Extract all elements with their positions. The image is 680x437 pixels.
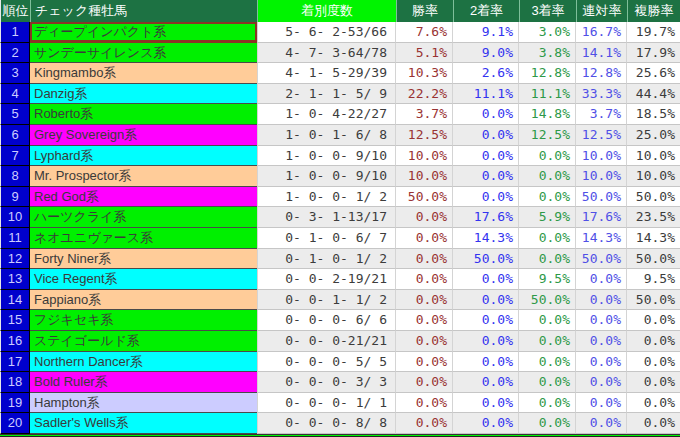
win-rate-cell[interactable]: 0.0% bbox=[396, 372, 453, 393]
3rd-rate-cell[interactable]: 0.0% bbox=[519, 249, 576, 270]
win-rate-cell[interactable]: 5.1% bbox=[396, 43, 453, 64]
win-rate-cell[interactable]: 0.0% bbox=[396, 413, 453, 434]
fukusho-rate-cell[interactable]: 0.0% bbox=[627, 310, 680, 331]
rentai-rate-cell[interactable]: 50.0% bbox=[576, 249, 627, 270]
sire-name-cell[interactable]: Kingmambo系 bbox=[30, 63, 257, 84]
sire-name-cell[interactable]: Grey Sovereign系 bbox=[30, 125, 257, 146]
3rd-rate-cell[interactable]: 0.0% bbox=[519, 166, 576, 187]
sire-name-cell[interactable]: Danzig系 bbox=[30, 84, 257, 105]
fukusho-rate-cell[interactable]: 0.0% bbox=[627, 352, 680, 373]
sire-name-cell[interactable]: ネオユニヴァース系 bbox=[30, 228, 257, 249]
fukusho-rate-cell[interactable]: 18.5% bbox=[627, 104, 680, 125]
finish-counts-cell[interactable]: 0- 3- 1-13/17 bbox=[257, 207, 396, 228]
sire-name-cell[interactable]: Sadler's Wells系 bbox=[30, 413, 257, 434]
rank-cell[interactable]: 12 bbox=[0, 249, 30, 270]
finish-counts-cell[interactable]: 5- 6- 2-53/66 bbox=[257, 22, 396, 43]
sire-name-cell[interactable]: Fappiano系 bbox=[30, 290, 257, 311]
3rd-rate-cell[interactable]: 0.0% bbox=[519, 146, 576, 167]
3rd-rate-cell[interactable]: 0.0% bbox=[519, 310, 576, 331]
sire-name-cell[interactable]: ステイゴールド系 bbox=[30, 331, 257, 352]
finish-counts-cell[interactable]: 1- 0- 4-22/27 bbox=[257, 104, 396, 125]
win-rate-cell[interactable]: 0.0% bbox=[396, 290, 453, 311]
win-rate-cell[interactable]: 22.2% bbox=[396, 84, 453, 105]
fukusho-rate-cell[interactable]: 44.4% bbox=[627, 84, 680, 105]
2nd-rate-cell[interactable]: 14.3% bbox=[453, 228, 519, 249]
finish-counts-cell[interactable]: 4- 1- 5-29/39 bbox=[257, 63, 396, 84]
win-rate-cell[interactable]: 0.0% bbox=[396, 249, 453, 270]
rentai-rate-cell[interactable]: 0.0% bbox=[576, 269, 627, 290]
header-2nd-rate[interactable]: 2着率 bbox=[453, 0, 519, 22]
win-rate-cell[interactable]: 0.0% bbox=[396, 393, 453, 414]
finish-counts-cell[interactable]: 0- 1- 0- 1/ 2 bbox=[257, 249, 396, 270]
fukusho-rate-cell[interactable]: 25.0% bbox=[627, 125, 680, 146]
sire-name-cell[interactable]: サンデーサイレンス系 bbox=[30, 43, 257, 64]
win-rate-cell[interactable]: 50.0% bbox=[396, 187, 453, 208]
rentai-rate-cell[interactable]: 3.7% bbox=[576, 104, 627, 125]
rank-cell[interactable]: 11 bbox=[0, 228, 30, 249]
finish-counts-cell[interactable]: 0- 1- 0- 6/ 7 bbox=[257, 228, 396, 249]
rank-cell[interactable]: 1 bbox=[0, 22, 30, 43]
rentai-rate-cell[interactable]: 12.8% bbox=[576, 63, 627, 84]
win-rate-cell[interactable]: 0.0% bbox=[396, 331, 453, 352]
2nd-rate-cell[interactable]: 0.0% bbox=[453, 269, 519, 290]
2nd-rate-cell[interactable]: 2.6% bbox=[453, 63, 519, 84]
fukusho-rate-cell[interactable]: 10.0% bbox=[627, 166, 680, 187]
2nd-rate-cell[interactable]: 0.0% bbox=[453, 104, 519, 125]
fukusho-rate-cell[interactable]: 14.3% bbox=[627, 228, 680, 249]
3rd-rate-cell[interactable]: 0.0% bbox=[519, 352, 576, 373]
rank-cell[interactable]: 4 bbox=[0, 84, 30, 105]
finish-counts-cell[interactable]: 0- 0- 0- 1/ 1 bbox=[257, 393, 396, 414]
sire-name-cell[interactable]: Red God系 bbox=[30, 187, 257, 208]
2nd-rate-cell[interactable]: 0.0% bbox=[453, 310, 519, 331]
finish-counts-cell[interactable]: 0- 0- 2-19/21 bbox=[257, 269, 396, 290]
rank-cell[interactable]: 19 bbox=[0, 393, 30, 414]
rank-cell[interactable]: 2 bbox=[0, 43, 30, 64]
3rd-rate-cell[interactable]: 12.5% bbox=[519, 125, 576, 146]
2nd-rate-cell[interactable]: 0.0% bbox=[453, 146, 519, 167]
rank-cell[interactable]: 6 bbox=[0, 125, 30, 146]
rank-cell[interactable]: 20 bbox=[0, 413, 30, 434]
fukusho-rate-cell[interactable]: 0.0% bbox=[627, 372, 680, 393]
rentai-rate-cell[interactable]: 0.0% bbox=[576, 310, 627, 331]
3rd-rate-cell[interactable]: 0.0% bbox=[519, 228, 576, 249]
rentai-rate-cell[interactable]: 0.0% bbox=[576, 290, 627, 311]
win-rate-cell[interactable]: 0.0% bbox=[396, 228, 453, 249]
2nd-rate-cell[interactable]: 0.0% bbox=[453, 413, 519, 434]
finish-counts-cell[interactable]: 0- 0- 0-21/21 bbox=[257, 331, 396, 352]
fukusho-rate-cell[interactable]: 0.0% bbox=[627, 413, 680, 434]
sire-name-cell[interactable]: フジキセキ系 bbox=[30, 310, 257, 331]
3rd-rate-cell[interactable]: 0.0% bbox=[519, 413, 576, 434]
rank-cell[interactable]: 3 bbox=[0, 63, 30, 84]
2nd-rate-cell[interactable]: 0.0% bbox=[453, 166, 519, 187]
2nd-rate-cell[interactable]: 0.0% bbox=[453, 290, 519, 311]
rank-cell[interactable]: 13 bbox=[0, 269, 30, 290]
fukusho-rate-cell[interactable]: 10.0% bbox=[627, 146, 680, 167]
fukusho-rate-cell[interactable]: 23.5% bbox=[627, 207, 680, 228]
fukusho-rate-cell[interactable]: 50.0% bbox=[627, 290, 680, 311]
rank-cell[interactable]: 16 bbox=[0, 331, 30, 352]
3rd-rate-cell[interactable]: 0.0% bbox=[519, 331, 576, 352]
rank-cell[interactable]: 18 bbox=[0, 372, 30, 393]
win-rate-cell[interactable]: 0.0% bbox=[396, 207, 453, 228]
rentai-rate-cell[interactable]: 50.0% bbox=[576, 187, 627, 208]
sire-name-cell[interactable]: Bold Ruler系 bbox=[30, 372, 257, 393]
3rd-rate-cell[interactable]: 14.8% bbox=[519, 104, 576, 125]
fukusho-rate-cell[interactable]: 9.5% bbox=[627, 269, 680, 290]
rentai-rate-cell[interactable]: 12.5% bbox=[576, 125, 627, 146]
3rd-rate-cell[interactable]: 12.8% bbox=[519, 63, 576, 84]
fukusho-rate-cell[interactable]: 50.0% bbox=[627, 187, 680, 208]
rank-cell[interactable]: 14 bbox=[0, 290, 30, 311]
win-rate-cell[interactable]: 0.0% bbox=[396, 310, 453, 331]
rentai-rate-cell[interactable]: 10.0% bbox=[576, 166, 627, 187]
finish-counts-cell[interactable]: 1- 0- 1- 6/ 8 bbox=[257, 125, 396, 146]
rentai-rate-cell[interactable]: 33.3% bbox=[576, 84, 627, 105]
fukusho-rate-cell[interactable]: 50.0% bbox=[627, 249, 680, 270]
rentai-rate-cell[interactable]: 14.1% bbox=[576, 43, 627, 64]
finish-counts-cell[interactable]: 0- 0- 0- 5/ 5 bbox=[257, 352, 396, 373]
win-rate-cell[interactable]: 0.0% bbox=[396, 352, 453, 373]
fukusho-rate-cell[interactable]: 0.0% bbox=[627, 393, 680, 414]
2nd-rate-cell[interactable]: 50.0% bbox=[453, 249, 519, 270]
finish-counts-cell[interactable]: 0- 0- 0- 8/ 8 bbox=[257, 413, 396, 434]
rank-cell[interactable]: 17 bbox=[0, 352, 30, 373]
2nd-rate-cell[interactable]: 11.1% bbox=[453, 84, 519, 105]
